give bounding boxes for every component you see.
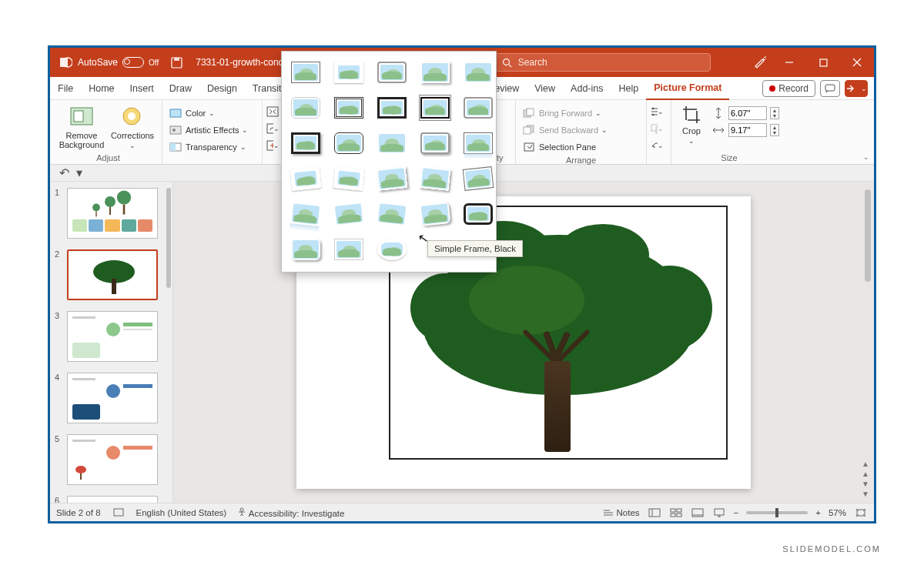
picture-styles-gallery[interactable] bbox=[281, 51, 497, 273]
svg-rect-12 bbox=[74, 111, 83, 122]
style-option[interactable] bbox=[333, 59, 365, 85]
rotate-button[interactable]: ⌄ bbox=[650, 139, 664, 152]
tab-insert[interactable]: Insert bbox=[122, 77, 162, 100]
style-option[interactable] bbox=[419, 166, 451, 192]
style-option[interactable] bbox=[333, 236, 365, 263]
style-option[interactable] bbox=[290, 201, 322, 227]
crop-button[interactable]: Crop⌄ bbox=[675, 102, 708, 145]
remove-background-button[interactable]: Remove Background bbox=[58, 102, 105, 149]
tab-draw[interactable]: Draw bbox=[162, 77, 199, 100]
save-icon[interactable] bbox=[169, 55, 183, 69]
bring-forward-button[interactable]: Bring Forward⌄ bbox=[519, 105, 643, 122]
tab-help[interactable]: Help bbox=[611, 77, 646, 100]
style-option-simple-frame-black[interactable] bbox=[419, 95, 451, 121]
tab-home[interactable]: Home bbox=[81, 77, 122, 100]
style-option[interactable] bbox=[290, 59, 322, 85]
transparency-button[interactable]: Transparency⌄ bbox=[166, 139, 259, 156]
style-option[interactable] bbox=[290, 236, 322, 263]
style-option[interactable] bbox=[462, 166, 494, 192]
slide-thumb-1[interactable] bbox=[67, 188, 158, 239]
undo-icon[interactable]: ↶ bbox=[56, 166, 72, 180]
width-field[interactable]: ▲▼ bbox=[711, 123, 779, 137]
search-placeholder: Search bbox=[518, 57, 547, 68]
slide-thumb-4[interactable] bbox=[67, 373, 158, 423]
group-button[interactable]: ⌄ bbox=[650, 122, 664, 135]
tab-design[interactable]: Design bbox=[199, 77, 245, 100]
style-option[interactable] bbox=[462, 130, 494, 156]
reading-view-icon[interactable] bbox=[691, 507, 705, 519]
slide-thumb-5[interactable] bbox=[67, 434, 158, 485]
slide-thumb-3[interactable] bbox=[67, 311, 158, 362]
record-button[interactable]: Record bbox=[762, 80, 815, 97]
height-input[interactable] bbox=[728, 106, 767, 120]
style-option[interactable] bbox=[290, 95, 322, 121]
zoom-slider[interactable] bbox=[746, 511, 808, 514]
style-option[interactable] bbox=[333, 166, 365, 192]
close-button[interactable] bbox=[840, 48, 874, 77]
qat-dropdown-icon[interactable]: ▾ bbox=[72, 166, 87, 180]
style-option[interactable] bbox=[290, 130, 322, 156]
canvas-scrollbar[interactable] bbox=[865, 189, 871, 282]
search-box[interactable]: Search bbox=[495, 53, 711, 72]
coming-soon-icon[interactable] bbox=[748, 55, 772, 69]
comments-button[interactable] bbox=[820, 80, 840, 97]
send-backward-button[interactable]: Send Backward⌄ bbox=[519, 122, 643, 139]
style-option[interactable] bbox=[333, 130, 365, 156]
tab-add-ins[interactable]: Add-ins bbox=[563, 77, 611, 100]
style-tooltip: Simple Frame, Black bbox=[427, 240, 523, 257]
selection-pane-button[interactable]: Selection Pane bbox=[519, 139, 643, 156]
share-button[interactable]: ⌄ bbox=[845, 80, 868, 97]
slide-thumb-6[interactable] bbox=[67, 496, 158, 503]
color-button[interactable]: Color⌄ bbox=[166, 105, 259, 122]
normal-view-icon[interactable] bbox=[648, 507, 661, 519]
style-option[interactable] bbox=[376, 59, 408, 85]
style-option[interactable] bbox=[462, 95, 494, 121]
tab-view[interactable]: View bbox=[527, 77, 563, 100]
style-option[interactable] bbox=[462, 59, 494, 85]
artistic-effects-button[interactable]: Artistic Effects⌄ bbox=[166, 122, 259, 139]
style-option[interactable] bbox=[462, 201, 494, 227]
style-option[interactable] bbox=[376, 95, 408, 121]
maximize-button[interactable] bbox=[806, 48, 840, 77]
reset-picture-icon[interactable]: ⌄ bbox=[266, 139, 280, 152]
zoom-level[interactable]: 57% bbox=[829, 508, 846, 517]
tab-file[interactable]: File bbox=[50, 77, 81, 100]
corrections-button[interactable]: Corrections⌄ bbox=[109, 102, 156, 149]
align-button[interactable]: ⌄ bbox=[650, 105, 664, 119]
style-option[interactable] bbox=[419, 130, 451, 156]
compress-pictures-icon[interactable] bbox=[266, 105, 280, 119]
accessibility-status[interactable]: Accessibility: Investigate bbox=[237, 507, 344, 518]
style-option[interactable] bbox=[376, 236, 408, 263]
slide-thumb-2[interactable] bbox=[67, 249, 158, 300]
notes-toggle[interactable]: Notes bbox=[603, 508, 639, 517]
svg-rect-39 bbox=[677, 509, 681, 512]
speaker-notes-icon[interactable] bbox=[112, 507, 126, 519]
height-spinner[interactable]: ▲▼ bbox=[770, 107, 779, 119]
style-option[interactable] bbox=[419, 59, 451, 85]
zoom-in[interactable]: + bbox=[815, 508, 821, 517]
language-status[interactable]: English (United States) bbox=[136, 508, 227, 517]
style-option[interactable] bbox=[419, 201, 451, 227]
width-input[interactable] bbox=[728, 123, 767, 137]
style-option[interactable] bbox=[333, 95, 365, 121]
style-option[interactable] bbox=[290, 166, 322, 192]
slide-show-icon[interactable] bbox=[712, 507, 726, 519]
change-picture-icon[interactable]: ⌄ bbox=[266, 122, 280, 135]
minimize-button[interactable] bbox=[772, 48, 806, 77]
ribbon-collapse-icon[interactable]: ⌄ bbox=[863, 153, 869, 161]
fit-to-window-icon[interactable] bbox=[854, 507, 868, 519]
slide-nav-arrows[interactable]: ▲▲▼▼ bbox=[862, 460, 869, 498]
style-option[interactable] bbox=[376, 201, 408, 227]
width-spinner[interactable]: ▲▼ bbox=[770, 124, 779, 136]
zoom-out[interactable]: − bbox=[734, 508, 739, 517]
height-field[interactable]: ▲▼ bbox=[711, 106, 779, 120]
style-option[interactable] bbox=[376, 130, 408, 156]
autosave-toggle[interactable]: AutoSave Off bbox=[78, 57, 159, 68]
slide-canvas[interactable]: ▲▲▼▼ bbox=[173, 182, 874, 503]
style-option[interactable] bbox=[376, 166, 408, 192]
style-option[interactable] bbox=[333, 201, 365, 227]
tab-picture-format[interactable]: Picture Format bbox=[646, 77, 729, 100]
slide-thumbnail-pane[interactable]: 1 2 3 bbox=[50, 182, 173, 503]
search-icon bbox=[502, 58, 512, 68]
slide-sorter-icon[interactable] bbox=[669, 507, 683, 519]
